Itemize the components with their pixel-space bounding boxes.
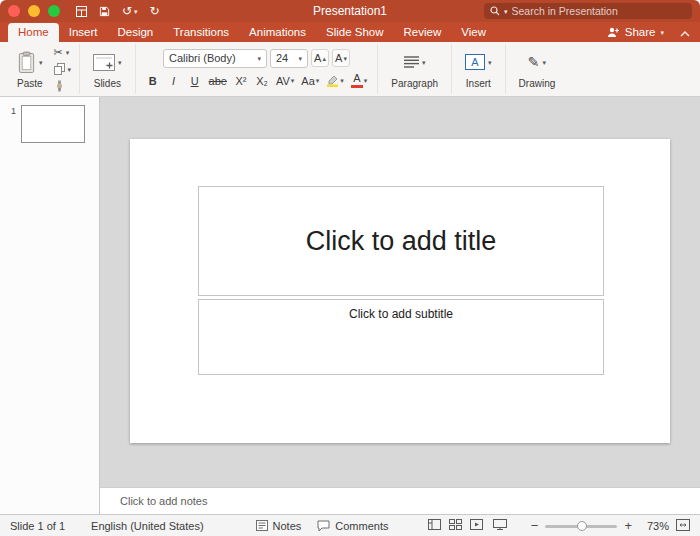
normal-view-icon [428,519,441,530]
slide-show-button[interactable] [470,519,483,532]
cut-button[interactable]: ✂ ▾ [54,45,72,59]
decrease-font-size-button[interactable]: A ▾ [332,49,350,67]
copy-button[interactable]: ▾ [54,62,72,76]
share-button[interactable]: Share ▾ [606,26,664,42]
slide-thumbnail[interactable] [21,105,85,143]
paragraph-label: Paragraph [391,78,438,89]
title-placeholder-text: Click to add title [306,226,497,257]
status-bar: Slide 1 of 1 English (United States) Not… [0,514,700,536]
caret-down-icon: ▾ [660,29,664,36]
titlebar: ↺ ▾ ↻ Presentation1 ▾ [0,0,700,22]
slides-label: Slides [94,78,121,89]
share-person-icon [606,26,620,38]
format-painter-button[interactable] [54,79,72,93]
language-button[interactable]: English (United States) [91,520,204,532]
clipboard-small-buttons: ✂ ▾ ▾ [54,45,72,93]
tab-insert[interactable]: Insert [59,23,108,42]
bold-button[interactable]: B [144,72,162,90]
slides-group: ▾ Slides [80,44,136,94]
insert-label: Insert [466,78,491,89]
increase-font-size-button[interactable]: A ▴ [311,49,329,67]
copy-icon [54,63,65,75]
subscript-button[interactable]: X₂ [253,72,271,90]
italic-button[interactable]: I [165,72,183,90]
insert-button[interactable]: A ▾ Insert [460,47,497,91]
tab-design[interactable]: Design [107,23,163,42]
clipboard-group: ▾ Paste ✂ ▾ ▾ [4,44,80,94]
text-box-icon: A [465,54,485,70]
subtitle-placeholder[interactable]: Click to add subtitle [198,299,604,375]
font-color-button[interactable]: A ▾ [349,72,370,90]
slide[interactable]: Click to add title Click to add subtitle [130,139,670,443]
tab-transitions[interactable]: Transitions [163,23,239,42]
paragraph-button[interactable]: ▾ Paragraph [386,47,443,91]
collapse-ribbon-button[interactable] [680,31,690,42]
caret-down-icon: ▾ [422,59,426,66]
zoom-out-button[interactable]: − [531,519,539,532]
comments-icon [317,520,330,532]
zoom-level[interactable]: 73% [639,520,669,532]
close-button[interactable] [8,5,20,17]
presenter-view-button[interactable] [493,519,507,532]
caret-down-icon: ▾ [66,49,70,56]
change-case-glyph: Aa [301,75,314,87]
notes-placeholder-text: Click to add notes [120,495,207,507]
zoom-in-button[interactable]: + [624,519,632,532]
fullscreen-button[interactable] [48,5,60,17]
slide-canvas-area: Click to add title Click to add subtitle [100,97,700,487]
drawing-group: ✎ ▾ Drawing [506,44,569,94]
format-painter-icon [54,80,65,92]
powerpoint-window: ↺ ▾ ↻ Presentation1 ▾ Home Insert Design… [0,0,700,536]
tab-review[interactable]: Review [394,23,452,42]
search-input[interactable] [512,5,686,17]
window-controls [8,5,60,17]
fit-slide-to-window-button[interactable] [676,519,690,533]
drawing-button[interactable]: ✎ ▾ Drawing [514,47,561,91]
undo-icon[interactable]: ↺ ▾ [122,5,138,17]
tab-animations[interactable]: Animations [239,23,316,42]
paste-button[interactable]: ▾ Paste [12,47,48,91]
undo-glyph: ↺ [122,5,132,17]
font-size-select[interactable]: 24 ▾ [270,49,308,68]
view-switcher [428,519,483,532]
text-highlight-button[interactable]: ▾ [324,72,346,90]
slide-sorter-view-button[interactable] [449,519,462,532]
notes-toggle-button[interactable]: Notes [256,520,302,532]
ribbon-layout-icon[interactable] [76,6,87,17]
slide-counter: Slide 1 of 1 [10,520,65,532]
caret-down-icon: ▾ [298,55,302,62]
paragraph-lines-icon [404,56,419,68]
tab-view[interactable]: View [451,23,496,42]
notes-pane[interactable]: Click to add notes [100,487,700,514]
strikethrough-button[interactable]: abe [207,72,229,90]
slide-show-icon [470,519,483,530]
caret-down-icon: ▾ [118,59,122,66]
svg-text:A: A [471,56,479,68]
zoom-slider[interactable] [545,520,617,532]
font-family-select[interactable]: Calibri (Body) ▾ [163,49,267,68]
title-placeholder[interactable]: Click to add title [198,186,604,296]
zoom-slider-thumb[interactable] [577,521,587,531]
underline-button[interactable]: U [186,72,204,90]
font-group: Calibri (Body) ▾ 24 ▾ A ▴ A ▾ B I [136,44,379,94]
slide-thumbnail-number: 1 [8,106,16,116]
paste-label: Paste [17,78,43,89]
search-box[interactable]: ▾ [484,3,692,19]
caret-down-icon: ▾ [134,8,138,15]
caret-down-icon: ▾ [543,59,547,66]
comments-toggle-button[interactable]: Comments [317,520,388,532]
slide-sorter-icon [449,519,462,530]
save-icon[interactable] [99,6,110,17]
superscript-button[interactable]: X² [232,72,250,90]
caret-down-icon: ▾ [364,77,368,84]
new-slide-button[interactable]: ▾ Slides [88,47,127,91]
change-case-button[interactable]: Aa ▾ [299,72,321,90]
normal-view-button[interactable] [428,519,441,532]
character-spacing-button[interactable]: AV ▾ [274,72,296,90]
ribbon: ▾ Paste ✂ ▾ ▾ [0,42,700,97]
minimize-button[interactable] [28,5,40,17]
chevron-up-icon [680,31,690,37]
tab-home[interactable]: Home [8,23,59,42]
redo-icon[interactable]: ↻ [150,5,160,17]
tab-slide-show[interactable]: Slide Show [316,23,394,42]
